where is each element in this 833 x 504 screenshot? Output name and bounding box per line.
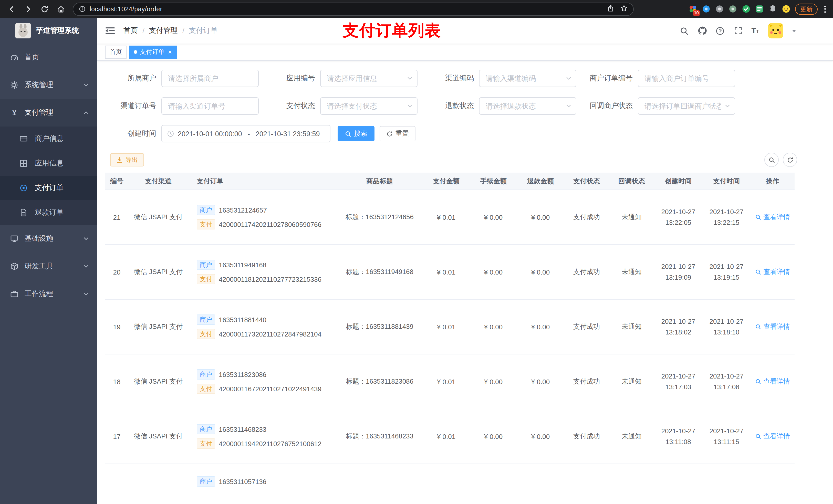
sidebar-item-refund-order[interactable]: 退款订单 [0,200,97,225]
refund-status-select[interactable] [479,97,576,115]
cell-refund: ¥ 0.00 [517,213,564,221]
share-icon[interactable] [607,4,614,14]
sidebar-item-workflow[interactable]: 工作流程 [0,280,97,308]
view-detail-link[interactable]: 查看详情 [755,322,790,331]
merchant-order-no-field[interactable] [638,70,735,87]
url-bar[interactable]: localhost:1024/pay/order [73,2,634,16]
breadcrumb-home[interactable]: 首页 [123,26,138,35]
cell-title: 标题：1635311468233 [337,432,423,441]
channel-code-input[interactable] [479,70,576,87]
search-button-label: 搜索 [354,129,367,138]
merchant-order-no: 1635311823086 [219,370,266,378]
app-select-input[interactable] [320,70,418,87]
bookmark-star-icon[interactable] [620,4,627,14]
browser-reload-icon[interactable] [38,2,51,16]
sidebar-item-merchant-info[interactable]: 商户信息 [0,126,97,151]
pay-status-input[interactable] [320,97,418,115]
browser-forward-icon[interactable] [22,2,35,16]
cell-id: 18 [105,378,128,385]
channel-order-no-field[interactable] [161,97,259,115]
merchant-order-no-input[interactable] [638,70,735,87]
reset-button[interactable]: 重置 [380,126,415,141]
table-row: 17 微信 JSAPI 支付 商户1635311468233 支付4200001… [105,409,794,464]
view-detail-link[interactable]: 查看详情 [755,267,790,277]
export-button[interactable]: 导出 [110,153,144,166]
cell-fee: ¥ 0.00 [470,268,517,276]
extension-check-icon[interactable] [742,5,751,13]
sidebar-item-pay-order[interactable]: 支付订单 [0,176,97,200]
github-icon[interactable] [697,26,707,35]
view-detail-link[interactable]: 查看详情 [755,432,790,441]
date-range-start[interactable]: 2021-10-01 00:00:00 [178,130,242,138]
notify-status-select[interactable] [638,97,735,115]
channel-code-select[interactable] [479,70,576,87]
sidebar-item-label: 支付管理 [25,108,53,117]
cell-pay-time: 2021-10-2713:17:08 [703,371,751,392]
cell-notify: 未通知 [609,322,654,331]
cell-amount: ¥ 0.01 [423,268,470,276]
merchant-select[interactable] [161,70,259,87]
search-icon [755,214,761,220]
tab-home[interactable]: 首页 [105,45,126,58]
breadcrumb-pay[interactable]: 支付管理 [149,26,178,35]
tab-pay-order[interactable]: 支付订单 × [129,45,176,58]
avatar-caret-icon[interactable] [792,29,796,32]
breadcrumb: 首页 / 支付管理 / 支付订单 [123,26,218,35]
extensions-puzzle-icon[interactable] [768,5,777,13]
merchant-select-input[interactable] [161,70,259,87]
cell-channel: 微信 JSAPI 支付 [128,267,188,277]
cell-channel: 微信 JSAPI 支付 [128,432,188,441]
toggle-search-button[interactable] [764,153,779,167]
search-icon[interactable] [680,26,689,35]
browser-menu-icon[interactable] [822,5,828,13]
sidebar-item-infra[interactable]: 基础设施 [0,225,97,253]
sidebar-item-devtools[interactable]: 研发工具 [0,253,97,280]
filter-label-pay-status: 支付状态 [264,101,320,111]
sidebar-item-system[interactable]: 系统管理 [0,71,97,99]
browser-update-button[interactable]: 更新 [795,3,818,15]
site-info-icon[interactable] [79,6,86,12]
extension-badge: 10 [692,10,700,16]
breadcrumb-separator: / [182,27,185,35]
browser-home-icon[interactable] [54,2,68,16]
create-time-range-picker[interactable]: 2021-10-01 00:00:00 - 2021-10-31 23:59:5… [161,125,330,142]
extension-chat-icon[interactable] [755,5,764,13]
help-icon[interactable] [715,26,724,35]
sidebar-item-app-info[interactable]: 应用信息 [0,151,97,176]
extension-colorful-icon[interactable]: 10 [689,5,697,13]
sidebar-item-home[interactable]: 首页 [0,44,97,71]
view-detail-link[interactable]: 查看详情 [755,213,790,222]
merchant-order-no: 1635311057136 [219,478,266,485]
table-header-row: 编号 支付渠道 支付订单 商品标题 支付金额 手续金额 退款金额 支付状态 回调… [105,173,794,190]
fullscreen-icon[interactable] [733,26,743,35]
sidebar-item-pay[interactable]: ¥ 支付管理 [0,99,97,126]
sidebar-toggle-icon[interactable] [105,26,115,36]
view-detail-link[interactable]: 查看详情 [755,377,790,386]
cell-actions: 查看详情 [751,267,794,277]
channel-order-no-input[interactable] [161,97,259,115]
cell-order: 商户1635311881440 支付4200001173202110272847… [188,314,337,339]
chevron-down-icon [83,82,89,88]
notify-status-input[interactable] [638,97,735,115]
date-range-end[interactable]: 2021-10-31 23:59:59 [256,130,320,138]
browser-back-icon[interactable] [5,2,19,16]
cell-channel: 微信 JSAPI 支付 [128,322,188,331]
url-text[interactable]: localhost:1024/pay/order [90,5,607,13]
extension-emoji-icon[interactable] [782,5,790,13]
extension-gray-icon[interactable] [715,5,724,13]
app-select[interactable] [320,70,418,87]
pay-status-select[interactable] [320,97,418,115]
extension-sage-icon[interactable] [729,5,737,13]
avatar[interactable] [768,23,783,39]
refresh-table-button[interactable] [783,153,797,167]
filter-label-merchant: 所属商户 [105,74,161,83]
cell-actions: 查看详情 [751,377,794,386]
font-size-icon[interactable]: TT [751,26,759,35]
tab-close-icon[interactable]: × [168,49,172,55]
merchant-tag: 商户 [197,205,215,215]
refund-status-input[interactable] [479,97,576,115]
search-icon [755,379,761,385]
search-button[interactable]: 搜索 [338,126,375,141]
col-header: 商品标题 [337,176,423,186]
extension-blue-icon[interactable] [702,5,711,13]
